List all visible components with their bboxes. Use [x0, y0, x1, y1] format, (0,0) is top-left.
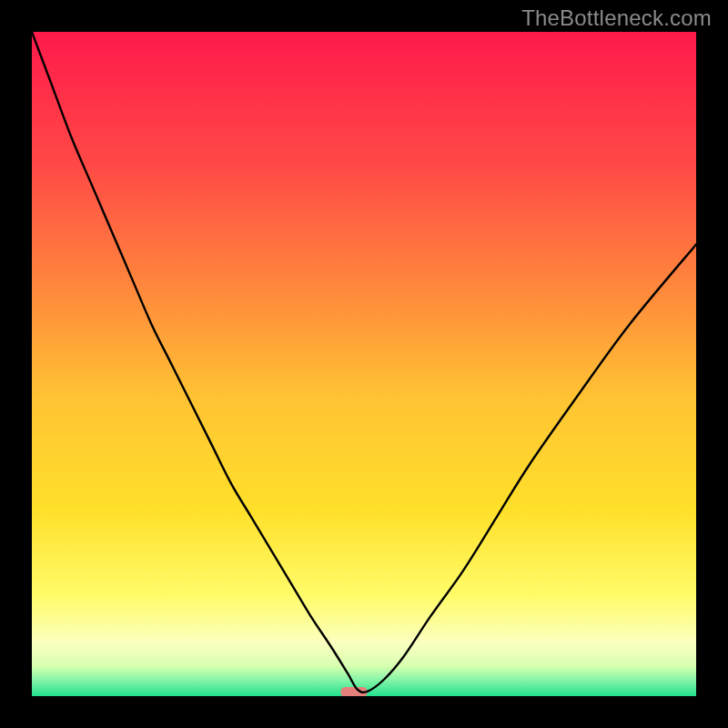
watermark-text: TheBottleneck.com: [521, 5, 712, 31]
chart-frame: TheBottleneck.com: [0, 0, 728, 728]
plot-background: [32, 32, 696, 696]
bottleneck-chart: [32, 32, 696, 696]
